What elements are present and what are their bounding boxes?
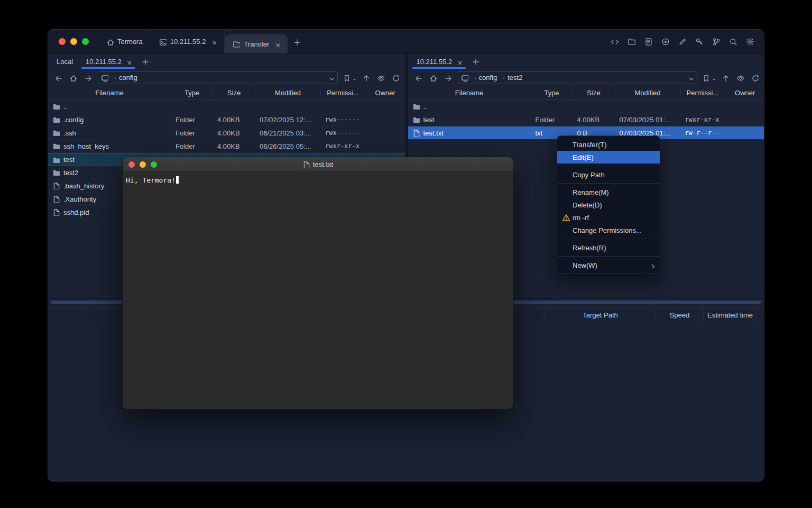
file-name: test <box>423 116 435 124</box>
pencil-icon[interactable] <box>676 35 689 48</box>
menu-item-rm-rf[interactable]: rm -rf <box>557 211 660 224</box>
column-header-modified[interactable]: Modified <box>255 86 321 99</box>
document-icon <box>302 161 310 168</box>
tab-remote-session[interactable]: 10.211.55.2 <box>79 54 137 69</box>
plus-icon <box>472 58 479 65</box>
menu-item-rename[interactable]: Rename(M) <box>557 186 660 198</box>
menu-item-edit[interactable]: Edit(E) <box>557 151 660 164</box>
tab-label: Termora <box>117 38 143 46</box>
column-header-speed[interactable]: Speed <box>656 309 704 322</box>
column-header-modified[interactable]: Modified <box>615 86 681 99</box>
home-button[interactable] <box>427 72 439 84</box>
menu-item-refresh[interactable]: Refresh(R) <box>557 241 660 254</box>
tab-label: 10.211.55.2 <box>170 38 206 46</box>
refresh-button[interactable] <box>749 72 761 84</box>
close-tab-icon[interactable] <box>125 59 131 65</box>
menu-item-copy-path[interactable]: Copy Path <box>557 168 660 181</box>
bookmark-button[interactable] <box>700 74 716 81</box>
forward-button[interactable] <box>82 72 94 84</box>
close-window-button[interactable] <box>59 38 66 45</box>
menu-item-transfer[interactable]: Transfer(T) <box>557 138 660 151</box>
file-row-config[interactable]: .config Folder 4.00KB 07/02/2025 12:... … <box>48 113 405 126</box>
search-icon[interactable] <box>727 35 740 48</box>
column-header-target-path[interactable]: Target Path <box>545 309 656 322</box>
file-name: .bash_history <box>63 182 104 190</box>
record-icon[interactable] <box>659 35 672 48</box>
bookmark-button[interactable] <box>341 74 357 81</box>
path-dropdown-icon[interactable] <box>328 75 334 80</box>
new-tab-button[interactable] <box>288 30 306 53</box>
breadcrumb-segment[interactable]: test2 <box>508 74 522 81</box>
computer-icon <box>461 74 468 81</box>
column-header-estimated-time[interactable]: Estimated time <box>704 309 757 322</box>
window-controls <box>48 30 98 53</box>
close-tab-icon[interactable] <box>210 39 216 44</box>
tab-termora[interactable]: Termora <box>98 30 151 53</box>
zoom-window-button[interactable] <box>82 38 89 45</box>
computer-icon <box>101 74 108 81</box>
file-row-parent-dir[interactable]: .. <box>48 100 405 113</box>
close-tab-icon[interactable] <box>274 41 280 47</box>
tab-local[interactable]: Local <box>50 54 79 69</box>
file-row-ssh[interactable]: .ssh Folder 4.00KB 06/21/2025 03:... rwx… <box>48 126 405 140</box>
code-icon[interactable] <box>608 35 621 48</box>
column-header-permissions[interactable]: Permissi... <box>321 86 365 99</box>
path-bar[interactable]: config test2 <box>457 71 698 84</box>
path-bar[interactable]: config <box>97 71 338 84</box>
forward-button[interactable] <box>442 72 454 84</box>
file-row-test[interactable]: test Folder 4.00KB 07/03/2025 01:... rwx… <box>408 113 765 126</box>
folder-icon <box>412 116 420 123</box>
editor-titlebar[interactable]: test.txt <box>123 157 513 172</box>
folder-icon <box>233 40 240 48</box>
breadcrumb-segment[interactable]: config <box>479 74 497 81</box>
file-icon <box>52 208 60 216</box>
breadcrumb-segment[interactable]: config <box>119 74 137 81</box>
upload-button[interactable] <box>360 72 372 84</box>
folder-icon <box>52 129 60 137</box>
add-panel-tab-button[interactable] <box>137 54 152 69</box>
file-row-ssh-host-keys[interactable]: ssh_host_keys Folder 4.00KB 06/26/2025 0… <box>48 140 405 153</box>
back-button[interactable] <box>412 72 424 84</box>
upload-button[interactable] <box>719 72 731 84</box>
tab-transfer[interactable]: Transfer <box>225 34 288 53</box>
menu-item-delete[interactable]: Delete(D) <box>557 198 660 211</box>
minimize-window-button[interactable] <box>70 38 77 45</box>
show-hidden-button[interactable] <box>375 72 386 84</box>
app-tabs: Termora 10.211.55.2 Transfer <box>98 30 306 53</box>
column-header-permissions[interactable]: Permissi... <box>681 86 725 99</box>
editor-content[interactable]: Hi, Termora! <box>123 172 513 188</box>
column-header-filename[interactable]: Filename <box>48 86 171 99</box>
tab-ssh-session[interactable]: 10.211.55.2 <box>151 30 225 53</box>
file-name: .Xauthority <box>63 195 96 203</box>
column-header-owner[interactable]: Owner <box>365 86 405 99</box>
zoom-window-button[interactable] <box>151 161 157 168</box>
refresh-button[interactable] <box>390 72 401 84</box>
menu-separator <box>558 183 659 184</box>
settings-icon[interactable] <box>744 35 756 48</box>
column-header-size[interactable]: Size <box>213 86 255 99</box>
file-name: .config <box>63 116 84 124</box>
path-dropdown-icon[interactable] <box>687 75 693 80</box>
add-panel-tab-button[interactable] <box>468 54 483 69</box>
file-row-parent-dir[interactable]: .. <box>408 100 765 113</box>
home-button[interactable] <box>67 72 79 84</box>
column-header-type[interactable]: Type <box>171 86 213 99</box>
key-icon[interactable] <box>693 35 706 48</box>
back-button[interactable] <box>52 72 64 84</box>
close-tab-icon[interactable] <box>456 59 462 65</box>
column-header-size[interactable]: Size <box>573 86 615 99</box>
menu-item-change-permissions[interactable]: Change Permissions... <box>557 224 660 237</box>
menu-item-new[interactable]: New(W) <box>557 259 660 271</box>
right-toolbar: config test2 <box>408 69 765 86</box>
right-panel-tabs: 10.211.55.2 <box>408 54 765 69</box>
tab-remote-session[interactable]: 10.211.55.2 <box>410 54 468 69</box>
show-hidden-button[interactable] <box>734 72 746 84</box>
column-header-owner[interactable]: Owner <box>725 86 765 99</box>
minimize-window-button[interactable] <box>140 161 146 168</box>
column-header-filename[interactable]: Filename <box>408 86 531 99</box>
close-window-button[interactable] <box>128 161 135 168</box>
log-icon[interactable] <box>642 35 655 48</box>
branch-icon[interactable] <box>710 35 723 48</box>
column-header-type[interactable]: Type <box>531 86 573 99</box>
folder-icon[interactable] <box>625 35 638 48</box>
